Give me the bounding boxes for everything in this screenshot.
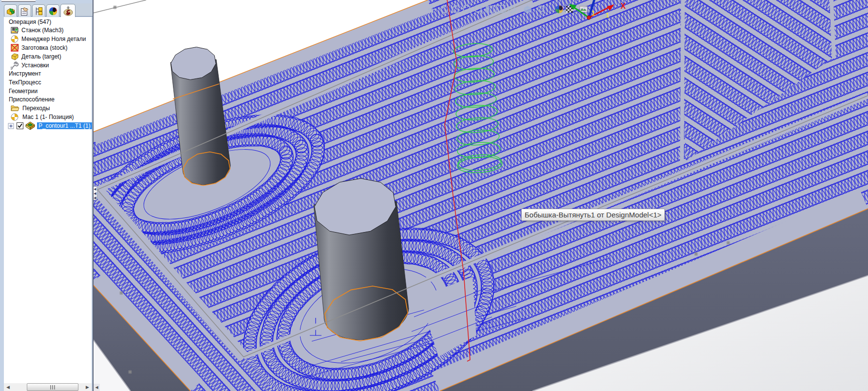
- svg-text:1: 1: [591, 9, 595, 17]
- svg-text:X: X: [621, 2, 626, 10]
- svg-text:1: 1: [605, 11, 609, 19]
